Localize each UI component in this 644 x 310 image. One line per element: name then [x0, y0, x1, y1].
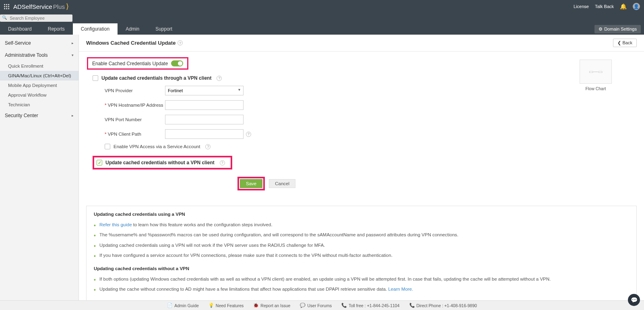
flow-chart-icon: ▭—▭ — [580, 60, 612, 84]
vpn-provider-select[interactable] — [165, 86, 244, 95]
sidebar-item-approval[interactable]: Approval Workflow — [0, 90, 78, 100]
bell-icon[interactable]: 🔔 — [620, 3, 627, 10]
enable-toggle-label: Enable Cached Credentials Update — [92, 61, 168, 66]
novpn-checkbox[interactable] — [97, 160, 102, 165]
bulb-icon: 💡 — [208, 303, 214, 308]
footer-direct-phone[interactable]: 📞Direct Phone : +1-408-916-9890 — [409, 303, 477, 308]
doc-icon: 📄 — [167, 303, 173, 308]
chat-bubble[interactable]: 💬 — [628, 294, 640, 306]
vpn-port-input[interactable] — [165, 115, 244, 124]
logo-suffix: Plus — [53, 3, 65, 10]
info-title-novpn: Updating cached credentials without a VP… — [94, 266, 629, 271]
footer-toll-free[interactable]: 📞Toll free : +1-844-245-1104 — [341, 303, 399, 308]
info-item: Updating cached credentials using a VPN … — [94, 240, 629, 250]
vpn-hostname-input[interactable] — [165, 100, 244, 110]
nav-tabs: Dashboard Reports Configuration Admin Su… — [0, 23, 644, 35]
help-icon[interactable]: ? — [246, 132, 251, 137]
vpn-clientpath-label: * VPN Client Path — [105, 132, 165, 136]
info-item: If both options (updating Windows cached… — [94, 274, 629, 284]
logo-main: ADSelfService — [13, 3, 52, 10]
main-content: Windows Cached Credential Update ? ❮ Bac… — [79, 35, 644, 310]
talkback-link[interactable]: Talk Back — [595, 4, 614, 9]
save-button-highlight: Save — [237, 177, 265, 190]
sidebar-item-gina[interactable]: GINA/Mac/Linux (Ctrl+Alt+Del) — [0, 71, 78, 81]
help-icon[interactable]: ? — [178, 40, 183, 45]
tab-dashboard[interactable]: Dashboard — [0, 23, 40, 35]
sidebar-self-service[interactable]: Self-Service▸ — [0, 37, 78, 49]
help-icon[interactable]: ? — [220, 160, 225, 165]
sidebar-admin-tools[interactable]: Administrative Tools▾ — [0, 49, 78, 61]
avatar-icon[interactable]: 👤 — [633, 3, 640, 10]
flow-chart-label: Flow Chart — [580, 86, 612, 91]
vpn-hostname-label: * VPN Hostname/IP Address — [105, 103, 165, 107]
flow-chart-widget[interactable]: ▭—▭ Flow Chart — [580, 60, 612, 91]
search-input[interactable] — [0, 14, 72, 22]
chevron-down-icon: ▾ — [72, 53, 74, 57]
footer: 📄Admin Guide 💡Need Features 🐞Report an I… — [0, 300, 644, 310]
help-icon[interactable]: ? — [217, 76, 222, 81]
phone-icon: 📞 — [409, 303, 415, 308]
info-item: If you have configured a service account… — [94, 250, 629, 260]
footer-need-features[interactable]: 💡Need Features — [208, 303, 244, 308]
enable-toggle[interactable] — [171, 60, 183, 66]
tab-support[interactable]: Support — [147, 23, 180, 35]
phone-icon: 📞 — [341, 303, 347, 308]
info-item: Updating the cache without connecting to… — [94, 284, 629, 294]
forum-icon: 💬 — [300, 303, 305, 308]
sidebar-security-center[interactable]: Security Center▸ — [0, 110, 78, 122]
footer-user-forums[interactable]: 💬User Forums — [300, 303, 332, 308]
info-item: The %username% and %password% macros can… — [94, 230, 629, 240]
page-title: Windows Cached Credential Update — [86, 40, 175, 46]
info-title-vpn: Updating cached credentials using a VPN — [94, 212, 629, 217]
license-link[interactable]: License — [574, 4, 589, 9]
save-button[interactable]: Save — [240, 179, 262, 188]
tab-configuration[interactable]: Configuration — [73, 23, 118, 35]
footer-admin-guide[interactable]: 📄Admin Guide — [167, 303, 199, 308]
svc-account-label: Enable VPN Access via a Service Account — [114, 144, 200, 149]
enable-toggle-highlight: Enable Cached Credentials Update — [87, 57, 188, 70]
gear-icon: ⚙ — [599, 27, 603, 32]
app-grid-icon[interactable] — [4, 4, 9, 9]
learn-more-link[interactable]: Learn More. — [388, 287, 413, 291]
back-button[interactable]: ❮ Back — [613, 39, 637, 47]
novpn-checkbox-label: Update cached credentials without a VPN … — [105, 160, 215, 165]
vpn-provider-label: VPN Provider — [105, 88, 165, 93]
vpn-port-label: VPN Port Number — [105, 117, 165, 122]
sidebar-item-quick-enrollment[interactable]: Quick Enrollment — [0, 61, 78, 71]
refer-guide-link[interactable]: Refer this guide — [99, 222, 132, 227]
sidebar-item-mobile-app[interactable]: Mobile App Deployment — [0, 81, 78, 90]
chevron-right-icon: ▸ — [72, 114, 74, 118]
chevron-right-icon: ▸ — [72, 41, 74, 45]
search-row — [0, 13, 644, 23]
footer-report-issue[interactable]: 🐞Report an Issue — [253, 303, 290, 308]
tab-reports[interactable]: Reports — [40, 23, 73, 35]
svc-account-checkbox[interactable] — [105, 144, 110, 149]
app-header: ADSelfService Plus⟩ License Talk Back 🔔 … — [0, 0, 644, 13]
vpn-clientpath-input[interactable] — [165, 129, 244, 139]
vpn-checkbox[interactable] — [93, 75, 98, 81]
novpn-checkbox-highlight: Update cached credentials without a VPN … — [93, 156, 232, 169]
cancel-button[interactable]: Cancel — [269, 179, 295, 188]
vpn-checkbox-label: Update cached credentials through a VPN … — [101, 75, 211, 81]
sidebar: Self-Service▸ Administrative Tools▾ Quic… — [0, 35, 79, 310]
info-item: Refer this guide to learn how this featu… — [94, 220, 629, 230]
logo-arc-icon: ⟩ — [66, 2, 69, 11]
info-panel: Updating cached credentials using a VPN … — [86, 206, 637, 306]
tab-admin[interactable]: Admin — [118, 23, 147, 35]
bug-icon: 🐞 — [253, 303, 259, 308]
domain-settings-button[interactable]: ⚙Domain Settings — [594, 25, 641, 33]
sidebar-item-technician[interactable]: Technician — [0, 100, 78, 110]
help-icon[interactable]: ? — [205, 144, 211, 149]
app-logo: ADSelfService Plus⟩ — [13, 2, 69, 11]
